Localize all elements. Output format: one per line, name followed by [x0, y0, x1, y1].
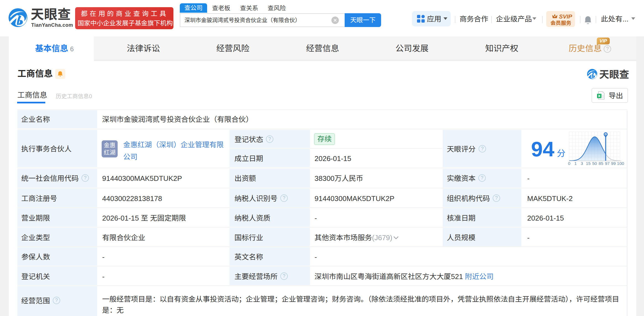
svg-text:1: 1 [574, 161, 577, 166]
svg-text:85: 85 [598, 161, 603, 166]
svg-text:99: 99 [611, 161, 616, 166]
svg-text:0: 0 [568, 161, 571, 166]
svg-text:3: 3 [581, 161, 583, 166]
svg-text:15: 15 [586, 161, 590, 166]
svg-text:100: 100 [617, 161, 624, 166]
svg-text:97: 97 [605, 161, 609, 166]
svg-text:50: 50 [592, 161, 597, 166]
